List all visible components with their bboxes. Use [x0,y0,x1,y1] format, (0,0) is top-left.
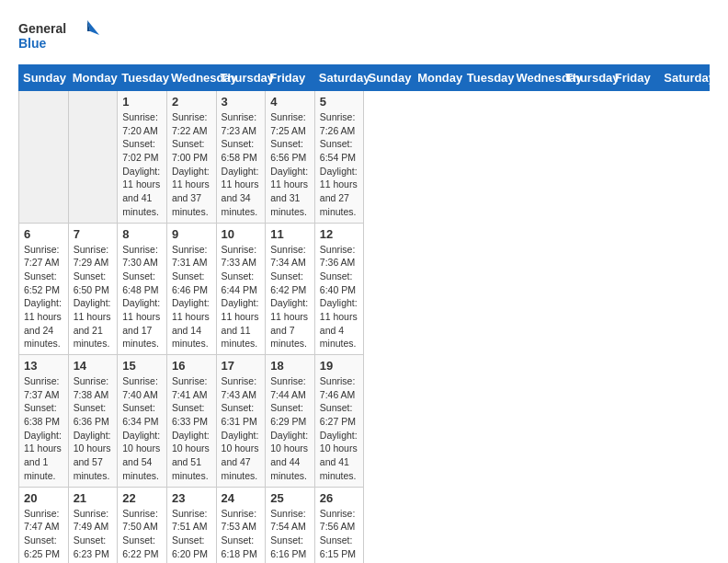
day-cell: 15Sunrise: 7:40 AM Sunset: 6:34 PM Dayli… [118,355,167,488]
day-header-friday: Friday [266,65,315,91]
day-content: Sunrise: 7:26 AM Sunset: 6:54 PM Dayligh… [320,110,359,219]
day-content: Sunrise: 7:31 AM Sunset: 6:46 PM Dayligh… [172,243,211,351]
day-content: Sunrise: 7:40 AM Sunset: 6:34 PM Dayligh… [122,374,162,483]
day-number: 9 [172,227,211,241]
day-header-thursday: Thursday [216,65,266,91]
svg-text:Blue: Blue [18,36,47,51]
day-content: Sunrise: 7:50 AM Sunset: 6:22 PM Dayligh… [122,507,162,564]
day-header-tuesday: Tuesday [118,65,167,91]
day-number: 16 [172,359,211,373]
logo: General Blue [18,18,101,55]
page-header: General Blue [18,18,710,55]
day-content: Sunrise: 7:53 AM Sunset: 6:18 PM Dayligh… [222,507,261,564]
week-row-1: 1Sunrise: 7:20 AM Sunset: 7:02 PM Daylig… [19,91,710,224]
day-content: Sunrise: 7:20 AM Sunset: 7:02 PM Dayligh… [122,110,162,219]
day-content: Sunrise: 7:34 AM Sunset: 6:42 PM Dayligh… [270,243,310,351]
header-row: SundayMondayTuesdayWednesdayThursdayFrid… [19,65,710,91]
day-cell: 10Sunrise: 7:33 AM Sunset: 6:44 PM Dayli… [216,223,266,355]
day-number: 8 [122,227,162,241]
day-header-saturday: Saturday [314,65,364,91]
week-row-4: 20Sunrise: 7:47 AM Sunset: 6:25 PM Dayli… [19,487,710,563]
day-cell: 20Sunrise: 7:47 AM Sunset: 6:25 PM Dayli… [19,487,69,563]
day-cell: 26Sunrise: 7:56 AM Sunset: 6:15 PM Dayli… [314,487,364,563]
day-content: Sunrise: 7:46 AM Sunset: 6:27 PM Dayligh… [320,374,359,483]
day-cell: 4Sunrise: 7:25 AM Sunset: 6:56 PM Daylig… [266,91,315,224]
day-content: Sunrise: 7:41 AM Sunset: 6:33 PM Dayligh… [172,374,211,483]
day-cell [68,91,118,224]
day-cell: 25Sunrise: 7:54 AM Sunset: 6:16 PM Dayli… [266,487,315,563]
calendar-table: SundayMondayTuesdayWednesdayThursdayFrid… [18,64,710,563]
day-cell: 13Sunrise: 7:37 AM Sunset: 6:38 PM Dayli… [19,355,69,488]
day-header-saturday: Saturday [660,65,710,91]
day-cell: 1Sunrise: 7:20 AM Sunset: 7:02 PM Daylig… [118,91,167,224]
day-cell: 8Sunrise: 7:30 AM Sunset: 6:48 PM Daylig… [118,223,167,355]
day-cell: 18Sunrise: 7:44 AM Sunset: 6:29 PM Dayli… [266,355,315,488]
week-row-2: 6Sunrise: 7:27 AM Sunset: 6:52 PM Daylig… [19,223,710,355]
day-number: 18 [270,359,310,373]
day-number: 23 [172,491,211,505]
day-content: Sunrise: 7:38 AM Sunset: 6:36 PM Dayligh… [74,374,113,483]
day-content: Sunrise: 7:51 AM Sunset: 6:20 PM Dayligh… [172,507,211,564]
day-cell: 14Sunrise: 7:38 AM Sunset: 6:36 PM Dayli… [68,355,118,488]
day-content: Sunrise: 7:43 AM Sunset: 6:31 PM Dayligh… [222,374,261,483]
day-cell: 16Sunrise: 7:41 AM Sunset: 6:33 PM Dayli… [166,355,216,488]
day-number: 17 [222,359,261,373]
day-cell: 2Sunrise: 7:22 AM Sunset: 7:00 PM Daylig… [166,91,216,224]
day-content: Sunrise: 7:37 AM Sunset: 6:38 PM Dayligh… [24,374,63,483]
day-header-monday: Monday [414,65,463,91]
day-number: 20 [24,491,63,505]
day-cell: 19Sunrise: 7:46 AM Sunset: 6:27 PM Dayli… [314,355,364,488]
day-cell: 12Sunrise: 7:36 AM Sunset: 6:40 PM Dayli… [314,223,364,355]
day-content: Sunrise: 7:47 AM Sunset: 6:25 PM Dayligh… [24,507,63,564]
day-cell: 22Sunrise: 7:50 AM Sunset: 6:22 PM Dayli… [118,487,167,563]
day-cell: 9Sunrise: 7:31 AM Sunset: 6:46 PM Daylig… [166,223,216,355]
day-header-sunday: Sunday [19,65,69,91]
day-number: 5 [320,95,359,109]
day-number: 11 [270,227,310,241]
day-content: Sunrise: 7:30 AM Sunset: 6:48 PM Dayligh… [122,243,162,351]
day-number: 13 [24,359,63,373]
day-header-friday: Friday [610,65,660,91]
day-header-sunday: Sunday [364,65,414,91]
day-content: Sunrise: 7:44 AM Sunset: 6:29 PM Dayligh… [270,374,310,483]
day-header-monday: Monday [68,65,118,91]
day-header-wednesday: Wednesday [166,65,216,91]
day-cell: 5Sunrise: 7:26 AM Sunset: 6:54 PM Daylig… [314,91,364,224]
day-number: 1 [122,95,162,109]
day-number: 26 [320,491,359,505]
day-number: 4 [270,95,310,109]
day-number: 3 [222,95,261,109]
day-content: Sunrise: 7:27 AM Sunset: 6:52 PM Dayligh… [24,243,63,351]
day-cell: 7Sunrise: 7:29 AM Sunset: 6:50 PM Daylig… [68,223,118,355]
day-number: 6 [24,227,63,241]
day-header-wednesday: Wednesday [512,65,562,91]
day-cell [19,91,69,224]
day-number: 2 [172,95,211,109]
day-number: 24 [222,491,261,505]
day-number: 14 [74,359,113,373]
day-number: 22 [122,491,162,505]
day-content: Sunrise: 7:22 AM Sunset: 7:00 PM Dayligh… [172,110,211,219]
svg-text:General: General [18,21,66,36]
day-content: Sunrise: 7:49 AM Sunset: 6:23 PM Dayligh… [74,507,113,564]
day-content: Sunrise: 7:23 AM Sunset: 6:58 PM Dayligh… [222,110,261,219]
day-content: Sunrise: 7:54 AM Sunset: 6:16 PM Dayligh… [270,507,310,564]
day-number: 25 [270,491,310,505]
day-content: Sunrise: 7:25 AM Sunset: 6:56 PM Dayligh… [270,110,310,219]
day-header-thursday: Thursday [562,65,611,91]
day-content: Sunrise: 7:36 AM Sunset: 6:40 PM Dayligh… [320,243,359,351]
day-header-tuesday: Tuesday [462,65,512,91]
day-number: 12 [320,227,359,241]
day-cell: 6Sunrise: 7:27 AM Sunset: 6:52 PM Daylig… [19,223,69,355]
logo-svg: General Blue [18,18,101,55]
day-cell: 24Sunrise: 7:53 AM Sunset: 6:18 PM Dayli… [216,487,266,563]
day-cell: 21Sunrise: 7:49 AM Sunset: 6:23 PM Dayli… [68,487,118,563]
day-number: 15 [122,359,162,373]
day-cell: 3Sunrise: 7:23 AM Sunset: 6:58 PM Daylig… [216,91,266,224]
day-cell: 17Sunrise: 7:43 AM Sunset: 6:31 PM Dayli… [216,355,266,488]
day-cell: 11Sunrise: 7:34 AM Sunset: 6:42 PM Dayli… [266,223,315,355]
day-cell: 23Sunrise: 7:51 AM Sunset: 6:20 PM Dayli… [166,487,216,563]
day-number: 10 [222,227,261,241]
day-number: 19 [320,359,359,373]
week-row-3: 13Sunrise: 7:37 AM Sunset: 6:38 PM Dayli… [19,355,710,488]
